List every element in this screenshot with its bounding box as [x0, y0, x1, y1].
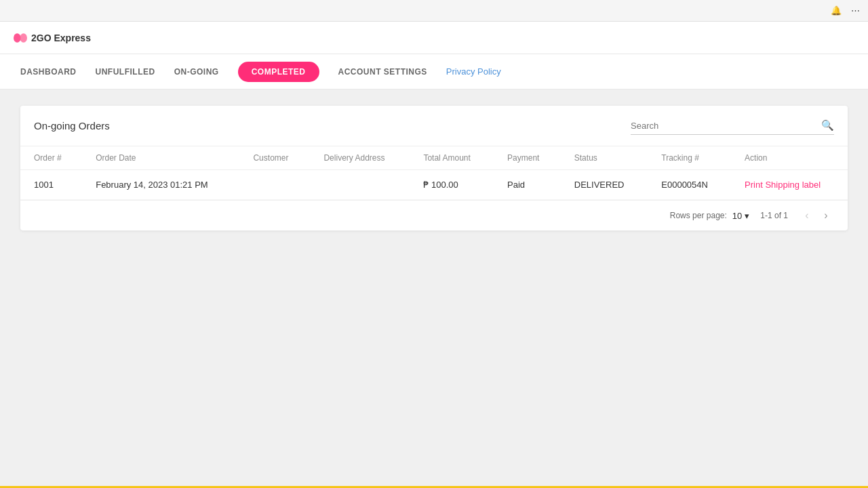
nav-item-unfulfilled[interactable]: UNFULFILLED	[96, 63, 155, 81]
svg-point-0	[14, 33, 21, 42]
nav-item-account-settings[interactable]: ACCOUNT SETTINGS	[338, 63, 427, 81]
cell-tracking: E0000054N	[648, 170, 731, 200]
col-customer: Customer	[239, 146, 310, 170]
col-delivery-address: Delivery Address	[310, 146, 410, 170]
browser-icons: 🔔 ⋯	[831, 5, 860, 16]
orders-table-container: On-going Orders 🔍 Order # Order Date Cus…	[20, 106, 848, 230]
col-action: Action	[731, 146, 848, 170]
app-logo: 2GO Express	[14, 33, 91, 43]
col-status: Status	[561, 146, 648, 170]
nav-item-on-going[interactable]: ON-GOING	[174, 63, 219, 81]
next-page-button[interactable]: ›	[818, 207, 834, 224]
chevron-down-icon: ▾	[745, 211, 749, 221]
table-title: On-going Orders	[34, 120, 110, 131]
svg-point-1	[20, 33, 27, 42]
table-footer: Rows per page: 10 ▾ 1-1 of 1 ‹ ›	[20, 200, 848, 230]
table-head: Order # Order Date Customer Delivery Add…	[20, 146, 848, 170]
rows-per-page-value: 10	[732, 211, 742, 221]
notification-icon[interactable]: 🔔	[831, 5, 842, 16]
nav-item-dashboard[interactable]: DASHBOARD	[20, 63, 77, 81]
col-order: Order #	[20, 146, 82, 170]
cell-order: 1001	[20, 170, 82, 200]
cell-customer	[239, 170, 310, 200]
col-order-date: Order Date	[82, 146, 239, 170]
logo-icon	[14, 33, 27, 43]
print-shipping-label-link[interactable]: Print Shipping label	[745, 180, 821, 190]
prev-page-button[interactable]: ‹	[799, 207, 815, 224]
nav-item-privacy-policy[interactable]: Privacy Policy	[446, 62, 501, 81]
cell-status: DELIVERED	[561, 170, 648, 200]
browser-bar: 🔔 ⋯	[0, 0, 868, 22]
main-content: On-going Orders 🔍 Order # Order Date Cus…	[0, 89, 868, 488]
col-tracking: Tracking #	[648, 146, 731, 170]
search-input[interactable]	[631, 121, 821, 131]
table-header: On-going Orders 🔍	[20, 106, 848, 146]
app-header: 2GO Express	[0, 22, 868, 54]
table-header-row: Order # Order Date Customer Delivery Add…	[20, 146, 848, 170]
rows-per-page-label: Rows per page:	[670, 211, 727, 220]
cell-order-date: February 14, 2023 01:21 PM	[82, 170, 239, 200]
table-body: 1001 February 14, 2023 01:21 PM ₱ 100.00…	[20, 170, 848, 200]
search-container: 🔍	[631, 117, 834, 135]
orders-table: Order # Order Date Customer Delivery Add…	[20, 146, 848, 200]
col-payment: Payment	[494, 146, 561, 170]
search-icon[interactable]: 🔍	[821, 119, 834, 131]
more-options-icon[interactable]: ⋯	[851, 5, 860, 16]
cell-delivery-address	[310, 170, 410, 200]
rows-per-page-select[interactable]: 10 ▾	[732, 211, 749, 221]
nav-bar: DASHBOARD UNFULFILLED ON-GOING COMPLETED…	[0, 54, 868, 89]
page-info: 1-1 of 1	[760, 211, 788, 220]
rows-per-page: Rows per page: 10 ▾	[670, 211, 750, 221]
col-total-amount: Total Amount	[410, 146, 494, 170]
table-row: 1001 February 14, 2023 01:21 PM ₱ 100.00…	[20, 170, 848, 200]
cell-payment: Paid	[494, 170, 561, 200]
app-name: 2GO Express	[31, 33, 91, 43]
cell-total-amount: ₱ 100.00	[410, 170, 494, 200]
cell-action: Print Shipping label	[731, 170, 848, 200]
nav-item-completed[interactable]: COMPLETED	[238, 62, 319, 82]
page-nav: ‹ ›	[799, 207, 834, 224]
